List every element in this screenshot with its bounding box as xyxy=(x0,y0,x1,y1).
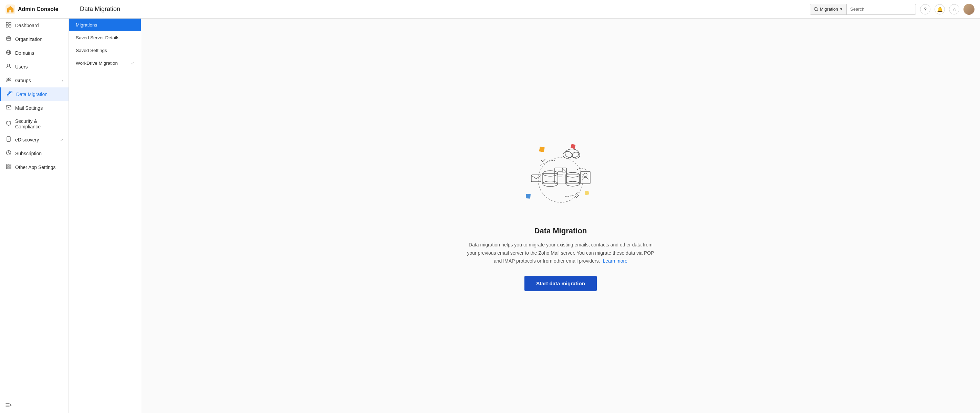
other-settings-icon xyxy=(5,164,12,171)
sidebar-item-subscription-label: Subscription xyxy=(15,151,63,156)
svg-point-1 xyxy=(814,7,817,10)
svg-rect-20 xyxy=(9,166,11,168)
sidebar-item-security-label: Security & Compliance xyxy=(15,118,63,129)
admin-console-title: Admin Console xyxy=(18,6,58,13)
sidebar-item-dashboard[interactable]: Dashboard xyxy=(0,19,68,32)
migration-illustration xyxy=(506,140,616,216)
svg-point-29 xyxy=(572,152,580,158)
svg-rect-26 xyxy=(585,191,589,195)
main-layout: Dashboard Organization Domains Users Gro xyxy=(0,19,980,413)
svg-rect-14 xyxy=(6,106,11,109)
sidebar-item-other-settings[interactable]: Other App Settings xyxy=(0,160,68,174)
user-avatar[interactable] xyxy=(964,4,975,15)
groups-icon xyxy=(5,77,12,84)
submenu-item-saved-server[interactable]: Saved Server Details xyxy=(69,31,141,44)
svg-rect-2 xyxy=(6,22,8,24)
svg-rect-17 xyxy=(6,164,8,165)
svg-rect-22 xyxy=(9,168,11,169)
svg-rect-21 xyxy=(6,168,8,169)
collapse-sidebar-button[interactable] xyxy=(0,399,68,413)
svg-rect-18 xyxy=(9,164,11,165)
sidebar: Dashboard Organization Domains Users Gro xyxy=(0,19,69,413)
svg-rect-39 xyxy=(566,175,579,184)
security-icon xyxy=(5,121,12,127)
svg-point-11 xyxy=(9,78,10,80)
dashboard-icon xyxy=(5,22,12,29)
subscription-icon xyxy=(5,150,12,157)
organization-icon xyxy=(5,36,12,43)
svg-point-10 xyxy=(7,78,9,80)
svg-rect-23 xyxy=(539,147,545,152)
svg-rect-31 xyxy=(531,175,541,182)
sidebar-item-subscription[interactable]: Subscription xyxy=(0,147,68,160)
svg-point-33 xyxy=(584,173,587,176)
page-title: Data Migration xyxy=(75,5,810,13)
sidebar-item-domains[interactable]: Domains xyxy=(0,46,68,60)
sidebar-item-organization[interactable]: Organization xyxy=(0,32,68,46)
notifications-button[interactable]: 🔔 xyxy=(935,4,945,14)
migration-empty-state: Data Migration Data migration helps you … xyxy=(457,127,664,305)
svg-rect-19 xyxy=(6,166,8,168)
header-actions: Migration ▼ ? 🔔 ⌂ xyxy=(810,4,975,15)
groups-chevron-icon: › xyxy=(62,78,63,83)
ediscovery-icon xyxy=(5,136,12,143)
admin-console-logo-icon xyxy=(5,5,15,14)
submenu-item-saved-settings[interactable]: Saved Settings xyxy=(69,44,141,57)
svg-rect-12 xyxy=(7,94,9,96)
migration-main-title: Data Migration xyxy=(535,226,587,235)
main-content: Data Migration Data migration helps you … xyxy=(141,19,980,413)
sidebar-item-ediscovery-label: eDiscovery xyxy=(15,137,57,143)
data-migration-icon xyxy=(6,91,13,98)
search-input[interactable] xyxy=(847,6,916,12)
help-button[interactable]: ? xyxy=(920,4,931,14)
sidebar-item-domains-label: Domains xyxy=(15,50,63,56)
sidebar-item-security[interactable]: Security & Compliance xyxy=(0,115,68,133)
sidebar-item-dashboard-label: Dashboard xyxy=(15,23,63,28)
search-filter-button[interactable]: Migration ▼ xyxy=(810,4,847,14)
svg-rect-24 xyxy=(571,144,576,149)
sidebar-item-data-migration[interactable]: Data Migration xyxy=(0,87,68,101)
search-icon xyxy=(814,7,818,12)
submenu-item-migrations[interactable]: Migrations xyxy=(69,19,141,31)
sidebar-item-mail-settings[interactable]: Mail Settings xyxy=(0,101,68,115)
submenu-workdrive-label: WorkDrive Migration xyxy=(76,60,118,66)
sidebar-item-mail-label: Mail Settings xyxy=(15,105,63,111)
submenu-item-workdrive[interactable]: WorkDrive Migration ⤢ xyxy=(69,57,141,70)
svg-point-9 xyxy=(8,64,10,66)
sidebar-item-groups[interactable]: Groups › xyxy=(0,74,68,87)
submenu-saved-server-label: Saved Server Details xyxy=(76,35,119,40)
sidebar-item-data-migration-label: Data Migration xyxy=(16,92,63,97)
svg-rect-25 xyxy=(526,194,531,199)
sidebar-item-users-label: Users xyxy=(15,64,63,70)
mail-settings-icon xyxy=(5,105,12,111)
search-container: Migration ▼ xyxy=(810,4,916,15)
svg-rect-35 xyxy=(542,173,558,184)
submenu-saved-settings-label: Saved Settings xyxy=(76,48,107,53)
svg-rect-4 xyxy=(6,25,8,27)
submenu-migrations-label: Migrations xyxy=(76,22,97,27)
start-migration-button[interactable]: Start data migration xyxy=(525,276,597,291)
learn-more-link[interactable]: Learn more xyxy=(603,258,627,264)
sidebar-item-other-label: Other App Settings xyxy=(15,165,63,170)
svg-point-30 xyxy=(538,157,583,202)
svg-point-27 xyxy=(565,149,579,158)
svg-rect-5 xyxy=(9,25,11,27)
sidebar-item-ediscovery[interactable]: eDiscovery ⤢ xyxy=(0,133,68,147)
search-filter-chevron: ▼ xyxy=(840,7,843,11)
svg-rect-3 xyxy=(9,22,11,24)
sidebar-item-org-label: Organization xyxy=(15,37,63,42)
logo-container: Admin Console xyxy=(5,5,75,14)
domains-icon xyxy=(5,49,12,56)
ediscovery-ext-icon: ⤢ xyxy=(60,138,63,142)
svg-point-28 xyxy=(563,151,572,158)
app-header: Admin Console Data Migration Migration ▼… xyxy=(0,0,980,19)
migration-description: Data migration helps you to migrate your… xyxy=(464,241,657,265)
migration-svg xyxy=(506,140,616,216)
search-filter-label: Migration xyxy=(820,6,838,12)
sidebar-item-users[interactable]: Users xyxy=(0,60,68,74)
submenu-panel: Migrations Saved Server Details Saved Se… xyxy=(69,19,141,413)
workdrive-ext-icon: ⤢ xyxy=(131,61,134,65)
users-icon xyxy=(5,64,12,70)
home-button[interactable]: ⌂ xyxy=(949,4,959,14)
sidebar-item-groups-label: Groups xyxy=(15,78,58,83)
